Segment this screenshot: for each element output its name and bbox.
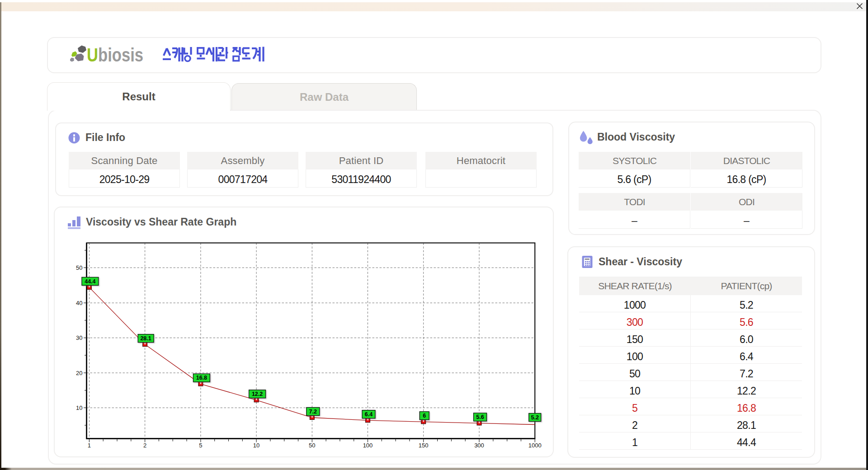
svg-text:6: 6: [423, 413, 426, 419]
svg-text:Ubiosis: Ubiosis: [87, 44, 143, 65]
svg-text:6.4: 6.4: [365, 411, 373, 418]
svg-text:28.1: 28.1: [140, 335, 151, 342]
svg-text:20: 20: [76, 370, 82, 376]
svg-text:100: 100: [363, 442, 373, 449]
svg-text:150: 150: [419, 442, 429, 449]
svg-text:40: 40: [76, 300, 82, 306]
svg-text:10: 10: [76, 404, 82, 411]
svg-text:7.2: 7.2: [309, 409, 317, 415]
svg-text:16.8: 16.8: [196, 375, 207, 381]
svg-text:50: 50: [309, 442, 315, 449]
svg-text:5.2: 5.2: [531, 414, 539, 421]
svg-text:1: 1: [88, 442, 91, 449]
svg-text:12.2: 12.2: [252, 391, 263, 397]
svg-text:10: 10: [253, 442, 259, 449]
svg-text:1000: 1000: [528, 442, 542, 449]
svg-text:50: 50: [76, 264, 82, 271]
svg-text:5: 5: [199, 442, 202, 449]
svg-text:30: 30: [76, 334, 82, 341]
svg-text:5.6: 5.6: [476, 414, 484, 420]
svg-text:44.4: 44.4: [85, 278, 95, 285]
svg-text:2: 2: [143, 442, 146, 449]
svg-text:300: 300: [474, 442, 484, 449]
